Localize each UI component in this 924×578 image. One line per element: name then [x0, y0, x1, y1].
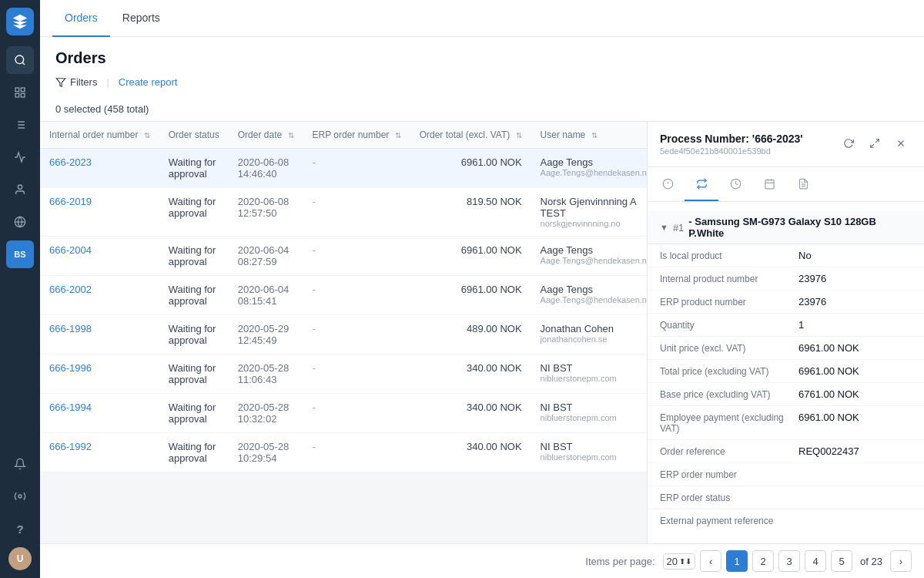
detail-field-row: Order reference REQ0022437: [648, 440, 924, 463]
expand-button[interactable]: [864, 133, 886, 154]
table-row[interactable]: 666-1996 Waiting for approval 2020-05-28…: [40, 355, 647, 394]
detail-field-value: 1: [798, 319, 804, 331]
gear-icon[interactable]: [6, 482, 34, 510]
table-wrapper[interactable]: Internal order number ⇅ Order status Ord…: [40, 122, 647, 543]
next-page-btn[interactable]: ›: [890, 550, 912, 572]
cell-order-num: 666-2019: [40, 188, 159, 237]
table-area: Internal order number ⇅ Order status Ord…: [40, 122, 924, 543]
col-total[interactable]: Order total (excl. VAT) ⇅: [410, 122, 531, 149]
table-row[interactable]: 666-2004 Waiting for approval 2020-06-04…: [40, 237, 647, 276]
cell-date: 2020-06-08 14:46:40: [229, 149, 303, 188]
table-row[interactable]: 666-2002 Waiting for approval 2020-06-04…: [40, 276, 647, 315]
table-row[interactable]: 666-1992 Waiting for approval 2020-05-28…: [40, 433, 647, 472]
globe-icon[interactable]: [6, 208, 34, 236]
detail-field-row: Quantity 1: [648, 314, 924, 337]
cell-date: 2020-05-28 10:32:02: [229, 394, 303, 433]
cell-user: NI BST nibluerstonepm.com: [531, 433, 647, 472]
cell-total: 6961.00 NOK: [410, 237, 531, 276]
cell-erp: -: [303, 276, 410, 315]
col-label-total: Order total (excl. VAT): [420, 129, 511, 140]
person-icon[interactable]: [6, 176, 34, 203]
detail-tabs: [648, 167, 924, 202]
bs-badge[interactable]: BS: [6, 240, 34, 268]
cell-user: Aage Tengs Aage.Tengs@hendekasen.no: [531, 276, 647, 315]
detail-field-value: 6761.00 NOK: [798, 388, 859, 400]
col-status[interactable]: Order status: [159, 122, 229, 149]
tab-transfer[interactable]: [685, 167, 718, 201]
detail-field-label: Quantity: [660, 319, 798, 331]
list-icon[interactable]: [6, 111, 34, 139]
table-row[interactable]: 666-1998 Waiting for approval 2020-05-29…: [40, 315, 647, 355]
cell-total: 340.00 NOK: [410, 433, 531, 472]
page-btn-2[interactable]: 2: [752, 550, 774, 572]
col-order-num[interactable]: Internal order number ⇅: [40, 122, 159, 149]
col-label-order-num: Internal order number: [49, 129, 138, 140]
create-report-button[interactable]: Create report: [119, 76, 178, 88]
svg-line-11: [871, 144, 874, 147]
detail-title: Process Number: '666-2023': [660, 133, 803, 145]
cell-date: 2020-05-29 12:45:49: [229, 315, 303, 355]
pagination-bar: Items per page: 20 ⬆⬇ ‹ 1 2 3 4 5 of 23 …: [40, 543, 924, 578]
detail-field-label: ERP order number: [660, 469, 798, 480]
page-btn-3[interactable]: 3: [778, 550, 800, 572]
close-button[interactable]: [890, 133, 912, 154]
cell-status: Waiting for approval: [159, 149, 229, 188]
nav-orders[interactable]: Orders: [52, 0, 110, 37]
tab-info[interactable]: [651, 167, 685, 201]
cell-total: 819.50 NOK: [410, 188, 531, 237]
cell-date: 2020-06-08 12:57:50: [229, 188, 303, 237]
cell-total: 6961.00 NOK: [410, 149, 531, 188]
product-section-header[interactable]: ▼#1 - Samsung SM-G973 Galaxy S10 128GB P…: [648, 211, 924, 244]
page-btn-5[interactable]: 5: [831, 550, 852, 572]
cell-user: Aage Tengs Aage.Tengs@hendekasen.no: [531, 149, 647, 188]
svg-point-0: [15, 55, 24, 64]
page-btn-4[interactable]: 4: [805, 550, 826, 572]
app-logo[interactable]: [6, 8, 34, 35]
nav-reports[interactable]: Reports: [110, 0, 172, 37]
cell-user: NI BST nibluerstonepm.com: [531, 355, 647, 394]
cell-erp: -: [303, 355, 410, 394]
detail-field-label: External payment reference: [660, 515, 798, 526]
tab-calendar[interactable]: [752, 167, 786, 201]
col-user[interactable]: User name ⇅: [531, 122, 647, 149]
cell-status: Waiting for approval: [159, 188, 229, 237]
detail-field-value: 6961.00 NOK: [798, 342, 859, 354]
col-erp[interactable]: ERP order number ⇅: [303, 122, 410, 149]
avatar[interactable]: U: [8, 547, 32, 570]
filter-icon: [55, 77, 66, 88]
col-label-date: Order date: [238, 129, 282, 140]
detail-field-row: Unit price (excl. VAT) 6961.00 NOK: [648, 337, 924, 360]
col-label-erp: ERP order number: [313, 129, 390, 140]
per-page-select[interactable]: 20 ⬆⬇: [663, 553, 695, 570]
tab-document[interactable]: [786, 167, 820, 201]
question-icon[interactable]: ?: [6, 515, 34, 543]
cell-user: NI BST nibluerstonepm.com: [531, 394, 647, 433]
svg-rect-2: [21, 88, 25, 92]
tab-clock[interactable]: [718, 167, 752, 201]
table-row[interactable]: 666-2019 Waiting for approval 2020-06-08…: [40, 188, 647, 237]
search-icon[interactable]: [6, 46, 34, 74]
detail-field-row: External payment reference: [648, 509, 924, 532]
detail-field-row: ERP order status: [648, 486, 924, 509]
detail-field-value: No: [798, 250, 812, 261]
detail-field-label: Order reference: [660, 445, 798, 457]
svg-point-5: [18, 185, 22, 189]
filters-button[interactable]: Filters: [55, 76, 97, 88]
grid-icon[interactable]: [6, 79, 34, 106]
table-row[interactable]: 666-2023 Waiting for approval 2020-06-08…: [40, 149, 647, 188]
detail-body: ▼#1 - Samsung SM-G973 Galaxy S10 128GB P…: [648, 202, 924, 543]
cell-total: 6961.00 NOK: [410, 276, 531, 315]
per-page-arrow: ⬆⬇: [679, 557, 691, 566]
page-btn-1[interactable]: 1: [726, 550, 748, 572]
selected-info: 0 selected (458 total): [55, 97, 909, 121]
detail-field-label: ERP order status: [660, 492, 798, 503]
chart-icon[interactable]: [6, 143, 34, 171]
product-num: #1: [673, 222, 684, 234]
refresh-button[interactable]: [838, 133, 859, 154]
prev-page-btn[interactable]: ‹: [700, 550, 721, 572]
detail-field-row: Is local product No: [648, 244, 924, 267]
table-row[interactable]: 666-1994 Waiting for approval 2020-05-28…: [40, 394, 647, 433]
cell-total: 340.00 NOK: [410, 355, 531, 394]
col-date[interactable]: Order date ⇅: [229, 122, 303, 149]
bell-icon[interactable]: [6, 450, 34, 478]
